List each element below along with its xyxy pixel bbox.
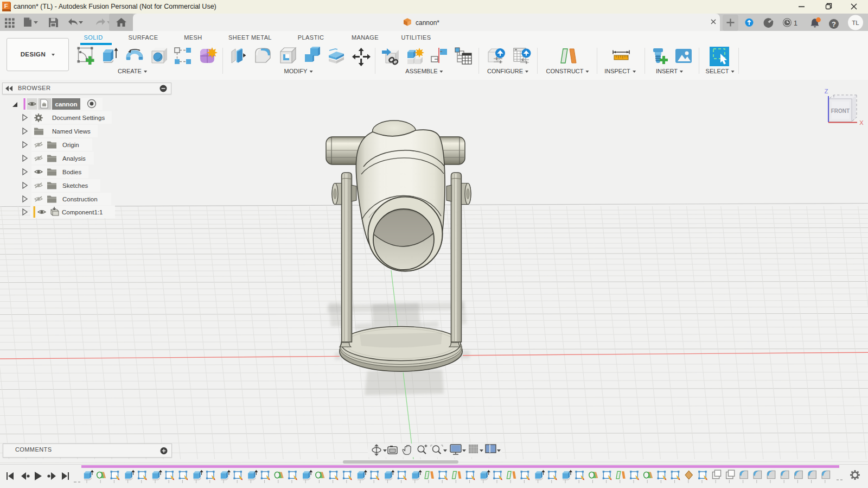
svg-text:1: 1 [794,20,797,27]
svg-text:cannon: cannon [55,101,78,107]
svg-text:Bodies: Bodies [62,169,81,175]
svg-text:?: ? [832,20,836,28]
svg-text:FRONT: FRONT [831,108,850,114]
svg-text:Named Views: Named Views [52,128,91,135]
svg-text:TL: TL [852,20,859,26]
svg-text:F: F [4,3,8,9]
svg-text:Component1:1: Component1:1 [62,209,103,216]
svg-text:Document Settings: Document Settings [52,115,105,121]
svg-text:Construction: Construction [62,196,98,202]
svg-text:cannon*: cannon* [416,19,439,27]
svg-text:Sketches: Sketches [62,182,88,189]
svg-text:Z: Z [825,88,828,94]
svg-text:X: X [859,119,864,126]
svg-text:Origin: Origin [62,142,79,148]
svg-text:Analysis: Analysis [62,155,86,162]
